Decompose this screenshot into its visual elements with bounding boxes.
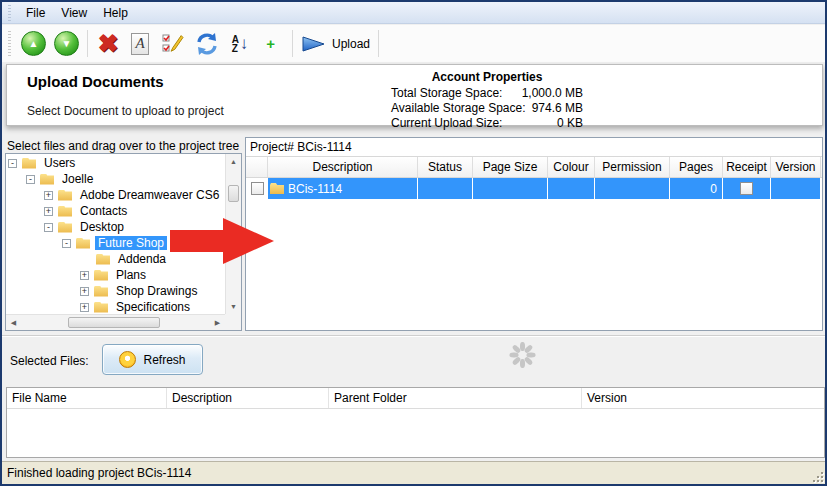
files-table-header: File Name Description Parent Folder Vers…: [7, 388, 824, 409]
toolbar-separator: [292, 30, 293, 57]
tree-item-adobe-dreamweaver[interactable]: + Adobe Dreamweaver CS6: [6, 187, 225, 203]
project-row-bcis-1114[interactable]: BCis-1114 0: [246, 178, 822, 199]
account-properties-title: Account Properties: [391, 70, 583, 84]
menu-view[interactable]: View: [53, 4, 95, 22]
expander-icon[interactable]: +: [44, 191, 53, 200]
description-cell: BCis-1114: [268, 178, 418, 199]
account-properties: Account Properties Total Storage Space: …: [391, 70, 583, 131]
toolbar: ▲ ▼ ✖ A: [2, 25, 825, 62]
upload-size-label: Current Upload Size:: [391, 116, 502, 131]
tree-item-specifications[interactable]: + Specifications: [6, 299, 225, 314]
menu-file[interactable]: File: [18, 4, 53, 22]
tree-item-users[interactable]: - Users: [6, 155, 225, 171]
column-header-pages[interactable]: Pages: [670, 157, 723, 177]
toolbar-gripper: [8, 31, 11, 57]
tree-caption: Select files and drag over to the projec…: [7, 139, 239, 153]
delete-button[interactable]: ✖: [92, 28, 124, 60]
add-folder-button[interactable]: +: [256, 28, 288, 60]
upload-size-value: 0 KB: [557, 116, 583, 131]
move-down-button[interactable]: ▼: [50, 28, 83, 60]
column-header-version[interactable]: Version: [771, 157, 821, 177]
expander-icon[interactable]: +: [80, 303, 89, 312]
sync-refresh-icon: [194, 31, 220, 57]
column-header-receipt[interactable]: Receipt: [723, 157, 771, 177]
toolbar-separator: [87, 30, 88, 57]
tree-horizontal-scrollbar[interactable]: ◀ ▶: [6, 314, 225, 330]
account-row: Total Storage Space: 1,000.0 MB: [391, 86, 583, 101]
tree-item-joelle[interactable]: - Joelle: [6, 171, 225, 187]
scroll-right-icon[interactable]: ▶: [210, 315, 225, 330]
folder-icon: [96, 254, 110, 265]
available-storage-label: Available Storage Space:: [391, 101, 526, 116]
column-header-version[interactable]: Version: [582, 388, 824, 408]
row-checkbox[interactable]: [251, 182, 264, 195]
font-page-icon: A: [131, 33, 149, 55]
move-up-button[interactable]: ▲: [17, 28, 50, 60]
tree-item-plans[interactable]: + Plans: [6, 267, 225, 283]
red-arrow-annotation: [170, 218, 274, 264]
menu-bar: File View Help: [2, 2, 825, 24]
sort-az-icon: AZ ↓: [232, 35, 249, 53]
available-storage-value: 974.6 MB: [532, 101, 583, 116]
tree-item-contacts[interactable]: + Contacts: [6, 203, 225, 219]
pages-cell: 0: [670, 178, 723, 199]
status-text: Finished loading project BCis-1114: [7, 466, 191, 480]
receipt-checkbox[interactable]: [740, 182, 753, 195]
account-row: Current Upload Size: 0 KB: [391, 116, 583, 131]
status-bar: Finished loading project BCis-1114: [2, 461, 825, 484]
menu-help[interactable]: Help: [95, 4, 136, 22]
scrollbar-thumb[interactable]: [228, 185, 239, 202]
red-arrow-head: [223, 218, 274, 264]
arrow-down-icon: ▼: [54, 31, 79, 56]
selected-files-table: File Name Description Parent Folder Vers…: [6, 387, 825, 458]
scrollbar-corner: [225, 314, 241, 330]
column-header-parent-folder[interactable]: Parent Folder: [329, 388, 582, 408]
expander-icon[interactable]: +: [80, 271, 89, 280]
column-header-file-name[interactable]: File Name: [7, 388, 167, 408]
edit-list-button[interactable]: [156, 28, 190, 60]
expander-icon[interactable]: -: [44, 223, 53, 232]
select-all-header[interactable]: [246, 157, 268, 177]
status-cell: [418, 178, 473, 199]
folder-icon: [58, 222, 72, 233]
row-select-cell: [246, 178, 268, 199]
sync-button[interactable]: [190, 28, 224, 60]
scrollbar-thumb[interactable]: [68, 317, 160, 328]
expander-icon[interactable]: -: [26, 175, 35, 184]
folder-icon: [270, 183, 284, 194]
refresh-label: Refresh: [143, 353, 185, 367]
edit-list-icon: [160, 31, 186, 57]
refresh-button[interactable]: Refresh: [102, 344, 203, 375]
toolbar-separator: [378, 30, 379, 57]
scroll-left-icon[interactable]: ◀: [6, 315, 21, 330]
resize-grip[interactable]: [811, 470, 823, 482]
column-header-description[interactable]: Description: [268, 157, 418, 177]
expander-icon[interactable]: +: [80, 287, 89, 296]
page-subtitle: Select Document to upload to project: [27, 104, 224, 118]
folder-icon: [94, 286, 108, 297]
expander-icon[interactable]: -: [62, 239, 71, 248]
column-header-page-size[interactable]: Page Size: [473, 157, 548, 177]
selected-files-label: Selected Files:: [10, 354, 89, 368]
column-header-status[interactable]: Status: [418, 157, 473, 177]
folder-icon: [40, 174, 54, 185]
column-header-colour[interactable]: Colour: [548, 157, 595, 177]
expander-icon[interactable]: -: [8, 159, 17, 168]
expander-icon[interactable]: +: [44, 207, 53, 216]
sort-button[interactable]: AZ ↓: [224, 28, 256, 60]
column-header-description[interactable]: Description: [167, 388, 329, 408]
version-cell: [771, 178, 821, 199]
arrow-up-icon: ▲: [21, 31, 46, 56]
scroll-down-icon[interactable]: ▼: [226, 299, 241, 314]
total-storage-label: Total Storage Space:: [391, 86, 502, 101]
column-header-permission[interactable]: Permission: [595, 157, 670, 177]
upload-button[interactable]: Upload: [297, 28, 374, 60]
scroll-up-icon[interactable]: ▲: [226, 154, 241, 169]
font-button[interactable]: A: [124, 28, 156, 60]
folder-icon: [94, 270, 108, 281]
project-panel: Project# BCis-1114 Description Status Pa…: [245, 137, 823, 331]
folder-icon: [76, 238, 90, 249]
loading-spinner-icon: [508, 341, 536, 369]
tree-item-shop-drawings[interactable]: + Shop Drawings: [6, 283, 225, 299]
grid-header: Description Status Page Size Colour Perm…: [246, 156, 822, 178]
